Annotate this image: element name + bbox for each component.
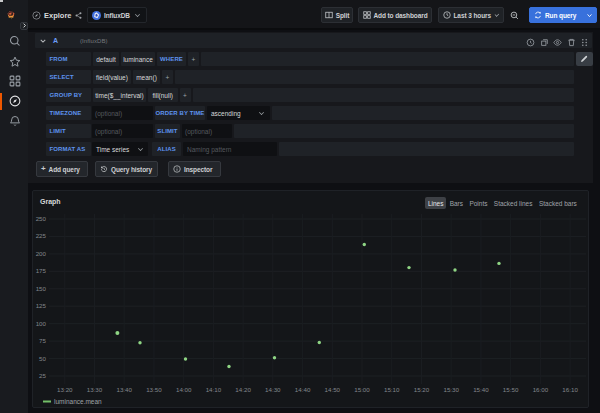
svg-text:225: 225 [36, 232, 47, 239]
svg-text:150: 150 [36, 285, 47, 292]
svg-text:14:10: 14:10 [206, 386, 222, 393]
svg-text:14:30: 14:30 [265, 386, 281, 393]
svg-text:14:00: 14:00 [176, 386, 192, 393]
svg-text:15:40: 15:40 [473, 386, 489, 393]
svg-text:75: 75 [39, 337, 46, 344]
svg-text:250: 250 [36, 215, 47, 222]
svg-text:luminance.mean: luminance.mean [54, 398, 102, 405]
svg-text:125: 125 [36, 302, 47, 309]
svg-text:15:20: 15:20 [414, 386, 430, 393]
svg-text:25: 25 [39, 372, 46, 379]
svg-text:13:30: 13:30 [87, 386, 103, 393]
svg-text:14:50: 14:50 [325, 386, 341, 393]
svg-text:14:20: 14:20 [235, 386, 251, 393]
svg-text:16:00: 16:00 [533, 386, 549, 393]
svg-text:200: 200 [36, 250, 47, 257]
svg-text:175: 175 [36, 267, 47, 274]
svg-text:100: 100 [36, 320, 47, 327]
svg-text:50: 50 [39, 355, 46, 362]
svg-text:13:50: 13:50 [146, 386, 162, 393]
svg-text:16:10: 16:10 [562, 386, 578, 393]
svg-text:15:00: 15:00 [354, 386, 370, 393]
svg-text:15:50: 15:50 [503, 386, 519, 393]
svg-text:13:40: 13:40 [116, 386, 132, 393]
svg-text:13:20: 13:20 [57, 386, 73, 393]
svg-text:15:10: 15:10 [384, 386, 400, 393]
svg-text:14:40: 14:40 [295, 386, 311, 393]
svg-text:15:30: 15:30 [443, 386, 459, 393]
